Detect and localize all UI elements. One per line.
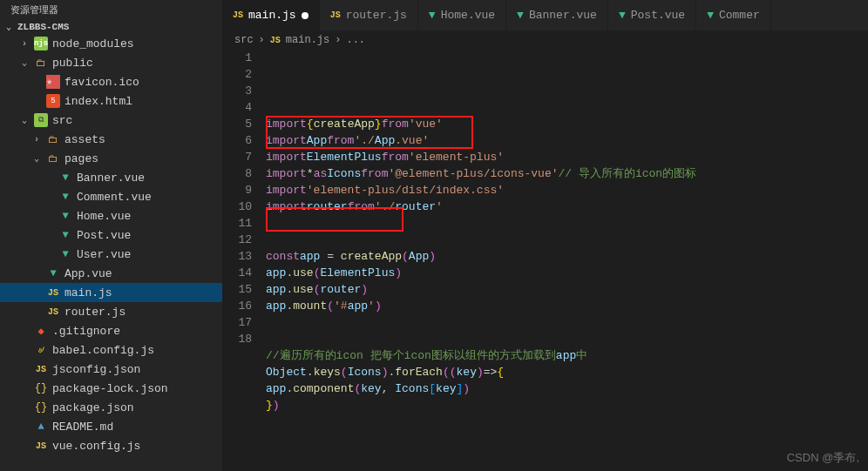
code-editor[interactable]: 123456789101112131415161718 import { cre… <box>222 50 868 471</box>
tree-item[interactable]: ⌄⧉src <box>0 111 222 130</box>
tree-item-label: node_modules <box>52 37 134 50</box>
tree-item-label: main.js <box>64 286 112 299</box>
chevron-icon: ⌄ <box>31 153 42 164</box>
editor-tab[interactable]: JSmain.js <box>222 0 320 30</box>
tree-item-label: package-lock.json <box>52 382 168 395</box>
line-number: 15 <box>222 281 252 298</box>
file-explorer: 资源管理器 ⌄ ZLBBS-CMS ›njsnode_modules⌄🗀publ… <box>0 0 222 471</box>
js-icon: JS <box>34 362 48 376</box>
node-icon: njs <box>34 37 48 50</box>
tree-item[interactable]: ◆.gitignore <box>0 321 222 340</box>
md-icon: ▲ <box>34 420 48 434</box>
code-line[interactable] <box>266 232 868 248</box>
vue-icon: ▼ <box>58 228 72 242</box>
editor-area: JSmain.jsJSrouter.js▼Home.vue▼Banner.vue… <box>222 0 868 471</box>
chevron-right-icon: › <box>259 34 265 46</box>
editor-tab[interactable]: ▼Post.vue <box>608 0 696 30</box>
tree-item[interactable]: {}package.json <box>0 398 222 417</box>
tree-item[interactable]: ★favicon.ico <box>0 72 222 91</box>
tree-item[interactable]: ›🗀assets <box>0 130 222 149</box>
code-line[interactable] <box>266 331 868 347</box>
line-number: 11 <box>222 215 252 232</box>
tree-item[interactable]: JSrouter.js <box>0 302 222 321</box>
modified-indicator <box>302 12 309 19</box>
line-number: 12 <box>222 232 252 248</box>
folder-icon: 🗀 <box>46 151 60 165</box>
editor-tab[interactable]: ▼Home.vue <box>418 0 506 30</box>
tree-item-label: vue.config.js <box>52 440 140 453</box>
tree-item-label: README.md <box>52 421 113 434</box>
tree-item-label: .gitignore <box>52 325 120 338</box>
code-line[interactable]: const app = createApp(App) <box>266 248 868 265</box>
tree-item[interactable]: ▲README.md <box>0 417 222 436</box>
tree-item[interactable]: ⌄🗀pages <box>0 149 222 168</box>
line-number: 8 <box>222 165 252 182</box>
line-number: 3 <box>222 83 252 99</box>
code-line[interactable]: import * as Icons from '@element-plus/ic… <box>266 165 868 182</box>
code-line[interactable]: Object.keys(Icons).forEach((key) => { <box>266 364 868 380</box>
line-number: 17 <box>222 314 252 331</box>
json-icon: {} <box>34 400 48 414</box>
code-line[interactable]: import 'element-plus/dist/index.css' <box>266 182 868 198</box>
code-line[interactable]: }) <box>266 397 868 414</box>
chevron-right-icon: › <box>335 34 341 46</box>
breadcrumb-part: src <box>234 34 254 46</box>
editor-tab[interactable]: ▼Commer <box>696 0 771 30</box>
tree-item[interactable]: ▼Home.vue <box>0 206 222 225</box>
tree-item[interactable]: ▼App.vue <box>0 264 222 283</box>
line-number: 6 <box>222 132 252 149</box>
tree-item[interactable]: JSmain.js <box>0 283 222 302</box>
src-icon: ⧉ <box>34 113 48 127</box>
code-line[interactable]: app.component(key, Icons[key]) <box>266 380 868 397</box>
tab-label: Commer <box>719 9 760 22</box>
breadcrumb-part: main.js <box>286 34 329 46</box>
tree-item[interactable]: ›njsnode_modules <box>0 34 222 53</box>
code-line[interactable] <box>266 215 868 232</box>
tab-label: Banner.vue <box>529 9 597 22</box>
code-line[interactable] <box>266 314 868 331</box>
code-content[interactable]: import { createApp } from 'vue'import Ap… <box>266 50 868 471</box>
tree-item[interactable]: ৶babel.config.js <box>0 340 222 360</box>
tree-item-label: package.json <box>52 401 134 414</box>
project-header[interactable]: ⌄ ZLBBS-CMS <box>0 20 222 34</box>
js-icon: JS <box>270 36 281 45</box>
line-number: 16 <box>222 298 252 314</box>
code-line[interactable]: import App from './App.vue' <box>266 132 868 149</box>
code-line[interactable]: import router from './router' <box>266 198 868 215</box>
tree-item[interactable]: ▼Comment.vue <box>0 187 222 206</box>
code-line[interactable]: app.use(router) <box>266 281 868 298</box>
watermark: CSDN @季布, <box>787 450 859 466</box>
code-line[interactable]: import { createApp } from 'vue' <box>266 116 868 132</box>
editor-tab[interactable]: JSrouter.js <box>320 0 418 30</box>
tree-item[interactable]: ▼Banner.vue <box>0 168 222 187</box>
tree-item[interactable]: {}package-lock.json <box>0 379 222 398</box>
editor-tab[interactable]: ▼Banner.vue <box>506 0 608 30</box>
tree-item[interactable]: JSvue.config.js <box>0 436 222 455</box>
chevron-icon: › <box>31 135 42 145</box>
tree-item-label: Post.vue <box>77 229 131 242</box>
line-number: 14 <box>222 265 252 281</box>
code-line[interactable]: app.use(ElementPlus) <box>266 265 868 281</box>
tree-item-label: favicon.ico <box>64 76 139 89</box>
vue-icon: ▼ <box>58 190 72 204</box>
tree-item[interactable]: ▼Post.vue <box>0 225 222 245</box>
project-name: ZLBBS-CMS <box>17 22 69 32</box>
babel-icon: ৶ <box>34 343 48 357</box>
tree-item-label: babel.config.js <box>52 344 154 357</box>
tree-item[interactable]: 5index.html <box>0 91 222 111</box>
code-line[interactable]: //遍历所有的icon 把每个icon图标以组件的方式加载到app中 <box>266 347 868 364</box>
code-line[interactable]: app.mount('#app') <box>266 298 868 314</box>
tree-item[interactable]: ⌄🗀public <box>0 53 222 72</box>
tree-item[interactable]: JSjsconfig.json <box>0 360 222 379</box>
file-tree: ›njsnode_modules⌄🗀public★favicon.ico5ind… <box>0 34 222 455</box>
code-line[interactable]: import ElementPlus from 'element-plus' <box>266 149 868 165</box>
chevron-icon: ⌄ <box>19 57 30 68</box>
breadcrumb[interactable]: src › JS main.js › ... <box>222 30 868 50</box>
vue-icon: ▼ <box>58 247 72 261</box>
line-number: 9 <box>222 182 252 198</box>
folder-icon: 🗀 <box>34 56 48 70</box>
js-icon: JS <box>46 305 60 319</box>
line-number: 18 <box>222 331 252 347</box>
tree-item[interactable]: ▼User.vue <box>0 245 222 264</box>
tree-item-label: jsconfig.json <box>52 363 140 376</box>
